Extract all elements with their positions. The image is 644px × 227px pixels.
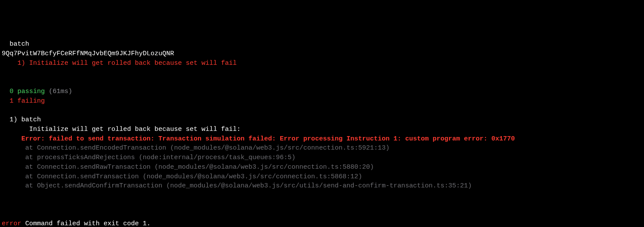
failing-test-line: 1) Initialize will get rolled back becau… — [2, 60, 237, 67]
yarn-error-line: error Command failed with exit code 1. — [2, 220, 151, 227]
failure-header: 1) batch — [2, 116, 41, 124]
stack-line-1: at processTicksAndRejections (node:inter… — [2, 154, 295, 161]
stack-line-0: at Connection.sendEncodedTransaction (no… — [2, 144, 389, 152]
stack-line-4: at Object.sendAndConfirmTransaction (nod… — [2, 182, 472, 190]
account-id-line: 9Qq7PvitW7BcfyFCeRFfNMqJvbEQm9JKJFhyDLoz… — [2, 50, 174, 57]
passing-summary: 0 passing (61ms) — [2, 88, 72, 95]
error-message: Error: failed to send transaction: Trans… — [2, 135, 515, 143]
terminal-output[interactable]: batch 9Qq7PvitW7BcfyFCeRFfNMqJvbEQm9JKJF… — [2, 40, 642, 227]
stack-line-3: at Connection.sendTransaction (node_modu… — [2, 173, 362, 180]
stack-line-2: at Connection.sendRawTransaction (node_m… — [2, 164, 374, 171]
failure-title: Initialize will get rolled back because … — [2, 126, 241, 133]
suite-name-line: batch — [2, 40, 29, 48]
failing-summary: 1 failing — [2, 97, 45, 105]
